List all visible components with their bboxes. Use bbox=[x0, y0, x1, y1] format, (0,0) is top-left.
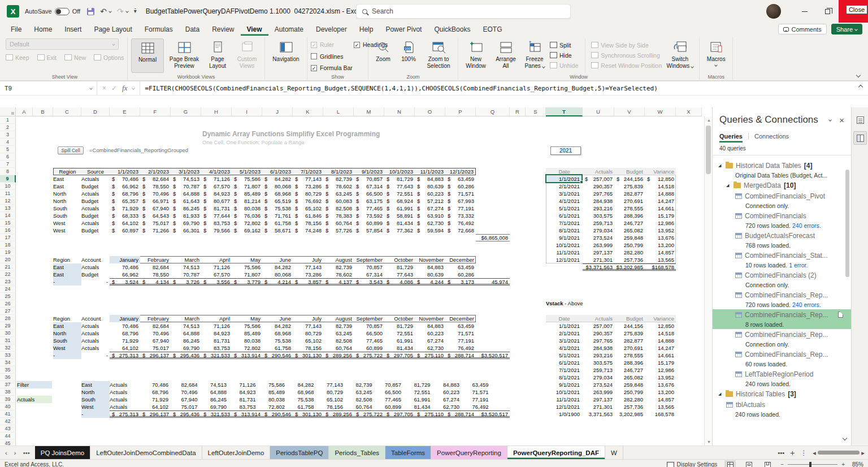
next-sheet-icon[interactable]: › bbox=[11, 449, 19, 456]
save-icon[interactable] bbox=[87, 8, 94, 15]
active-cell[interactable]: 1/1/2021 bbox=[546, 175, 581, 183]
cell[interactable]: 271,301 bbox=[583, 403, 614, 410]
cell[interactable]: 86,245 bbox=[199, 396, 228, 403]
zoom-to-selection-button[interactable]: Zoom to Selection bbox=[423, 38, 454, 73]
row-header-29[interactable]: 29 bbox=[0, 322, 16, 330]
sheet-grid[interactable]: ABCDEFGHIJKLMNOPQRSTUVWX 123456789101112… bbox=[0, 107, 712, 446]
header-cell[interactable]: November bbox=[415, 315, 445, 322]
cell[interactable]: 84,923 bbox=[229, 388, 258, 396]
cell[interactable]: 7/1/2021 bbox=[546, 219, 581, 227]
cell[interactable]: $57,726 bbox=[323, 227, 354, 234]
name-box[interactable]: T9 bbox=[0, 81, 97, 95]
cell[interactable]: 10/1/2021 bbox=[546, 388, 581, 396]
cell[interactable]: Actuals bbox=[81, 337, 110, 344]
cell[interactable]: - bbox=[53, 352, 81, 359]
cell[interactable]: $64,102 bbox=[110, 219, 140, 227]
cell[interactable]: 263,999 bbox=[583, 241, 614, 249]
header-cell[interactable]: 7/1/2023 bbox=[293, 168, 323, 175]
query-item[interactable]: CombinedFinancials_Stat... bbox=[713, 250, 851, 261]
header-cell[interactable]: March bbox=[171, 256, 201, 263]
cell[interactable]: 168,578 bbox=[645, 410, 676, 418]
header-cell[interactable]: November bbox=[415, 256, 445, 263]
header-cell[interactable]: 11/1/2023 bbox=[415, 168, 445, 175]
cell[interactable]: 250,799 bbox=[614, 388, 645, 396]
cell[interactable]: 78,156 bbox=[293, 344, 323, 352]
cell[interactable]: 246,727 bbox=[614, 366, 645, 374]
cell[interactable]: $73,286 bbox=[293, 183, 323, 190]
cell[interactable]: Budget bbox=[81, 212, 110, 219]
horizontal-scrollbar[interactable]: ◂▸ bbox=[813, 450, 865, 456]
row-header-2[interactable]: 2 bbox=[0, 124, 16, 131]
split-button[interactable]: Split bbox=[550, 41, 578, 49]
cell[interactable]: $77,191 bbox=[445, 205, 476, 212]
cell[interactable]: $77,643 bbox=[384, 183, 415, 190]
cell[interactable]: West bbox=[53, 344, 81, 352]
spill-cell-formula[interactable]: =CombinedFinancials_ReportingGrouped bbox=[89, 147, 188, 153]
cell[interactable]: 75,538 bbox=[262, 337, 293, 344]
sheet-tab-powerqueryreporting[interactable]: PowerQueryReporting bbox=[431, 446, 507, 459]
cell[interactable]: East bbox=[53, 271, 81, 278]
row-header-36[interactable]: 36 bbox=[0, 374, 16, 381]
display-settings-button[interactable]: Display Settings bbox=[667, 461, 718, 467]
row-header-34[interactable]: 34 bbox=[0, 359, 16, 366]
cell[interactable]: 84,883 bbox=[415, 322, 445, 330]
cell[interactable]: $61,846 bbox=[293, 212, 323, 219]
arrange-all-button[interactable]: Arrange All bbox=[492, 38, 519, 73]
row-header-39[interactable]: 39 bbox=[0, 396, 16, 403]
cell[interactable]: 259,848 bbox=[614, 234, 645, 241]
comments-button[interactable]: Comments bbox=[778, 24, 826, 34]
cell[interactable]: $74,248 bbox=[293, 227, 323, 234]
cell[interactable]: 80,068 bbox=[262, 271, 293, 278]
cell[interactable]: 81,729 bbox=[403, 381, 432, 388]
cell[interactable]: 83,753 bbox=[229, 403, 258, 410]
cell[interactable]: South bbox=[53, 212, 81, 219]
cell[interactable]: 273,524 bbox=[583, 381, 614, 388]
cell[interactable]: 63,459 bbox=[445, 322, 476, 330]
cell[interactable]: $301,130 bbox=[293, 352, 323, 359]
cell[interactable]: 85,489 bbox=[232, 330, 262, 337]
properties-pane-button[interactable] bbox=[853, 113, 867, 127]
cell[interactable]: $67,314 bbox=[354, 183, 384, 190]
cell[interactable]: 12,986 bbox=[645, 366, 676, 374]
cell[interactable]: 13,952 bbox=[645, 374, 676, 381]
cell[interactable]: 64,888 bbox=[199, 388, 228, 396]
cell[interactable]: $67,993 bbox=[445, 197, 476, 205]
header-cell[interactable]: July bbox=[293, 315, 323, 322]
cell[interactable]: $77,362 bbox=[384, 227, 415, 234]
page-layout-button[interactable]: Page Layout bbox=[205, 38, 231, 73]
cell[interactable]: 11/1/2021 bbox=[546, 249, 581, 256]
cell[interactable]: 9/1/2021 bbox=[546, 381, 581, 388]
ribbon-tab-developer[interactable]: Developer bbox=[310, 23, 353, 36]
cell[interactable]: 82,739 bbox=[345, 381, 374, 388]
cell[interactable]: $275,313 bbox=[110, 410, 140, 418]
header-cell[interactable]: 12/1/2023 bbox=[445, 168, 476, 175]
cell[interactable]: 69,790 bbox=[171, 344, 201, 352]
collapse-ribbon-icon[interactable] bbox=[856, 73, 861, 77]
cell[interactable]: 60,223 bbox=[432, 388, 461, 396]
cell[interactable]: $60,223 bbox=[415, 190, 445, 197]
panel-scroll-down-icon[interactable] bbox=[843, 436, 847, 440]
cell[interactable]: 64,888 bbox=[171, 330, 201, 337]
cell[interactable]: $84,282 bbox=[262, 175, 293, 183]
horizontal-scrollbar-thumb[interactable] bbox=[818, 451, 860, 455]
cell[interactable]: $313,914 bbox=[232, 410, 262, 418]
header-cell[interactable]: Region bbox=[53, 256, 81, 263]
cell[interactable]: West bbox=[81, 403, 110, 410]
cell[interactable]: $73,592 bbox=[354, 212, 384, 219]
cell[interactable]: $3,173 bbox=[445, 278, 476, 286]
cell[interactable]: $70,787 bbox=[171, 183, 201, 190]
cell[interactable]: $296,137 bbox=[140, 410, 171, 418]
cell[interactable]: $75,538 bbox=[262, 205, 293, 212]
cell[interactable]: Actuals bbox=[81, 205, 110, 212]
cell[interactable]: $76,036 bbox=[232, 212, 262, 219]
row-header-20[interactable]: 20 bbox=[0, 256, 16, 263]
cell[interactable]: 14,661 bbox=[645, 205, 676, 212]
filter-label[interactable]: Filter bbox=[17, 381, 52, 388]
header-cell[interactable]: Variance bbox=[645, 315, 676, 322]
header-cell[interactable]: Date bbox=[546, 315, 583, 322]
cell[interactable]: $73,332 bbox=[445, 212, 476, 219]
cell[interactable]: 81,434 bbox=[403, 403, 432, 410]
cell[interactable]: 67,570 bbox=[201, 271, 232, 278]
cell[interactable]: $80,677 bbox=[201, 197, 232, 205]
cell[interactable]: 13,200 bbox=[645, 241, 676, 249]
